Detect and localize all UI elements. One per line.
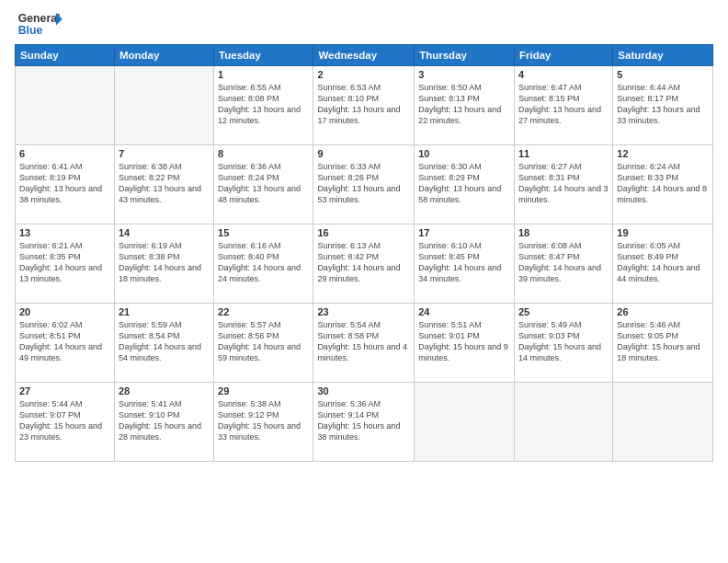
calendar-cell: 17Sunrise: 6:10 AM Sunset: 8:45 PM Dayli… bbox=[415, 224, 515, 304]
day-detail: Sunrise: 6:13 AM Sunset: 8:42 PM Dayligh… bbox=[317, 240, 410, 285]
calendar-cell bbox=[16, 66, 115, 145]
calendar-cell: 15Sunrise: 6:16 AM Sunset: 8:40 PM Dayli… bbox=[214, 224, 313, 304]
day-number: 7 bbox=[119, 148, 210, 159]
calendar-cell bbox=[415, 383, 515, 462]
day-header-tuesday: Tuesday bbox=[214, 45, 313, 66]
day-number: 2 bbox=[317, 69, 410, 80]
day-detail: Sunrise: 6:24 AM Sunset: 8:33 PM Dayligh… bbox=[617, 161, 709, 206]
calendar-cell bbox=[514, 383, 612, 462]
day-number: 25 bbox=[518, 306, 609, 317]
day-detail: Sunrise: 5:57 AM Sunset: 8:56 PM Dayligh… bbox=[218, 319, 309, 364]
calendar-cell: 20Sunrise: 6:02 AM Sunset: 8:51 PM Dayli… bbox=[16, 304, 115, 383]
day-number: 16 bbox=[317, 227, 410, 238]
day-number: 15 bbox=[218, 227, 309, 238]
day-header-thursday: Thursday bbox=[415, 45, 515, 66]
day-detail: Sunrise: 6:27 AM Sunset: 8:31 PM Dayligh… bbox=[518, 161, 609, 206]
day-detail: Sunrise: 6:08 AM Sunset: 8:47 PM Dayligh… bbox=[518, 240, 609, 285]
day-header-wednesday: Wednesday bbox=[313, 45, 415, 66]
day-header-sunday: Sunday bbox=[16, 45, 115, 66]
logo: GeneralBlue bbox=[15, 11, 70, 37]
day-number: 29 bbox=[218, 385, 309, 396]
day-detail: Sunrise: 6:55 AM Sunset: 8:08 PM Dayligh… bbox=[218, 82, 309, 127]
day-detail: Sunrise: 5:41 AM Sunset: 9:10 PM Dayligh… bbox=[119, 398, 210, 443]
day-number: 19 bbox=[617, 227, 709, 238]
day-number: 26 bbox=[617, 306, 709, 317]
day-detail: Sunrise: 6:05 AM Sunset: 8:49 PM Dayligh… bbox=[617, 240, 709, 285]
calendar-cell: 26Sunrise: 5:46 AM Sunset: 9:05 PM Dayli… bbox=[613, 304, 713, 383]
svg-text:General: General bbox=[18, 12, 61, 25]
calendar-cell: 30Sunrise: 5:36 AM Sunset: 9:14 PM Dayli… bbox=[313, 383, 415, 462]
day-header-saturday: Saturday bbox=[613, 45, 713, 66]
calendar-cell: 7Sunrise: 6:38 AM Sunset: 8:22 PM Daylig… bbox=[114, 145, 213, 224]
calendar-cell: 5Sunrise: 6:44 AM Sunset: 8:17 PM Daylig… bbox=[613, 66, 713, 145]
day-detail: Sunrise: 5:54 AM Sunset: 8:58 PM Dayligh… bbox=[317, 319, 410, 364]
day-detail: Sunrise: 6:21 AM Sunset: 8:35 PM Dayligh… bbox=[19, 240, 110, 285]
calendar-cell: 9Sunrise: 6:33 AM Sunset: 8:26 PM Daylig… bbox=[313, 145, 415, 224]
day-number: 28 bbox=[119, 385, 210, 396]
day-number: 11 bbox=[518, 148, 609, 159]
calendar-cell: 27Sunrise: 5:44 AM Sunset: 9:07 PM Dayli… bbox=[16, 383, 115, 462]
day-detail: Sunrise: 6:02 AM Sunset: 8:51 PM Dayligh… bbox=[19, 319, 110, 364]
day-detail: Sunrise: 6:53 AM Sunset: 8:10 PM Dayligh… bbox=[317, 82, 410, 127]
calendar-cell: 8Sunrise: 6:36 AM Sunset: 8:24 PM Daylig… bbox=[214, 145, 313, 224]
day-number: 21 bbox=[119, 306, 210, 317]
day-detail: Sunrise: 6:44 AM Sunset: 8:17 PM Dayligh… bbox=[617, 82, 709, 127]
day-number: 22 bbox=[218, 306, 309, 317]
calendar-cell: 19Sunrise: 6:05 AM Sunset: 8:49 PM Dayli… bbox=[613, 224, 713, 304]
calendar-cell: 1Sunrise: 6:55 AM Sunset: 8:08 PM Daylig… bbox=[214, 66, 313, 145]
day-detail: Sunrise: 6:19 AM Sunset: 8:38 PM Dayligh… bbox=[119, 240, 210, 285]
calendar-cell: 6Sunrise: 6:41 AM Sunset: 8:19 PM Daylig… bbox=[16, 145, 115, 224]
calendar-cell: 21Sunrise: 5:59 AM Sunset: 8:54 PM Dayli… bbox=[114, 304, 213, 383]
day-number: 14 bbox=[119, 227, 210, 238]
calendar-cell: 2Sunrise: 6:53 AM Sunset: 8:10 PM Daylig… bbox=[313, 66, 415, 145]
day-number: 13 bbox=[19, 227, 110, 238]
day-detail: Sunrise: 6:10 AM Sunset: 8:45 PM Dayligh… bbox=[418, 240, 510, 285]
day-number: 8 bbox=[218, 148, 309, 159]
day-detail: Sunrise: 6:38 AM Sunset: 8:22 PM Dayligh… bbox=[119, 161, 210, 206]
day-header-monday: Monday bbox=[114, 45, 213, 66]
day-number: 9 bbox=[317, 148, 410, 159]
calendar-cell: 3Sunrise: 6:50 AM Sunset: 8:13 PM Daylig… bbox=[415, 66, 515, 145]
day-detail: Sunrise: 5:51 AM Sunset: 9:01 PM Dayligh… bbox=[418, 319, 510, 364]
day-number: 10 bbox=[418, 148, 510, 159]
svg-text:Blue: Blue bbox=[18, 24, 43, 37]
calendar-cell: 18Sunrise: 6:08 AM Sunset: 8:47 PM Dayli… bbox=[514, 224, 612, 304]
calendar-cell bbox=[114, 66, 213, 145]
day-number: 30 bbox=[317, 385, 410, 396]
calendar-cell: 12Sunrise: 6:24 AM Sunset: 8:33 PM Dayli… bbox=[613, 145, 713, 224]
day-number: 23 bbox=[317, 306, 410, 317]
day-detail: Sunrise: 5:38 AM Sunset: 9:12 PM Dayligh… bbox=[218, 398, 309, 443]
day-number: 18 bbox=[518, 227, 609, 238]
day-detail: Sunrise: 5:59 AM Sunset: 8:54 PM Dayligh… bbox=[119, 319, 210, 364]
calendar-week-row: 1Sunrise: 6:55 AM Sunset: 8:08 PM Daylig… bbox=[16, 66, 713, 145]
calendar-cell: 25Sunrise: 5:49 AM Sunset: 9:03 PM Dayli… bbox=[514, 304, 612, 383]
calendar-table: SundayMondayTuesdayWednesdayThursdayFrid… bbox=[15, 44, 713, 462]
calendar-week-row: 27Sunrise: 5:44 AM Sunset: 9:07 PM Dayli… bbox=[16, 383, 713, 462]
calendar-cell: 24Sunrise: 5:51 AM Sunset: 9:01 PM Dayli… bbox=[415, 304, 515, 383]
calendar-week-row: 13Sunrise: 6:21 AM Sunset: 8:35 PM Dayli… bbox=[16, 224, 713, 304]
day-detail: Sunrise: 5:49 AM Sunset: 9:03 PM Dayligh… bbox=[518, 319, 609, 364]
day-number: 17 bbox=[418, 227, 510, 238]
day-detail: Sunrise: 5:46 AM Sunset: 9:05 PM Dayligh… bbox=[617, 319, 709, 364]
day-number: 4 bbox=[518, 69, 609, 80]
day-number: 6 bbox=[19, 148, 110, 159]
day-number: 1 bbox=[218, 69, 309, 80]
day-number: 12 bbox=[617, 148, 709, 159]
day-detail: Sunrise: 6:41 AM Sunset: 8:19 PM Dayligh… bbox=[19, 161, 110, 206]
calendar-cell: 14Sunrise: 6:19 AM Sunset: 8:38 PM Dayli… bbox=[114, 224, 213, 304]
calendar-header-row: SundayMondayTuesdayWednesdayThursdayFrid… bbox=[16, 45, 713, 66]
day-detail: Sunrise: 6:33 AM Sunset: 8:26 PM Dayligh… bbox=[317, 161, 410, 206]
calendar-cell: 10Sunrise: 6:30 AM Sunset: 8:29 PM Dayli… bbox=[415, 145, 515, 224]
day-number: 5 bbox=[617, 69, 709, 80]
calendar-cell bbox=[613, 383, 713, 462]
day-number: 27 bbox=[19, 385, 110, 396]
day-detail: Sunrise: 6:30 AM Sunset: 8:29 PM Dayligh… bbox=[418, 161, 510, 206]
day-detail: Sunrise: 6:50 AM Sunset: 8:13 PM Dayligh… bbox=[418, 82, 510, 127]
calendar-cell: 11Sunrise: 6:27 AM Sunset: 8:31 PM Dayli… bbox=[514, 145, 612, 224]
day-number: 3 bbox=[418, 69, 510, 80]
day-detail: Sunrise: 6:16 AM Sunset: 8:40 PM Dayligh… bbox=[218, 240, 309, 285]
calendar-cell: 23Sunrise: 5:54 AM Sunset: 8:58 PM Dayli… bbox=[313, 304, 415, 383]
day-detail: Sunrise: 6:47 AM Sunset: 8:15 PM Dayligh… bbox=[518, 82, 609, 127]
day-detail: Sunrise: 6:36 AM Sunset: 8:24 PM Dayligh… bbox=[218, 161, 309, 206]
calendar-cell: 22Sunrise: 5:57 AM Sunset: 8:56 PM Dayli… bbox=[214, 304, 313, 383]
